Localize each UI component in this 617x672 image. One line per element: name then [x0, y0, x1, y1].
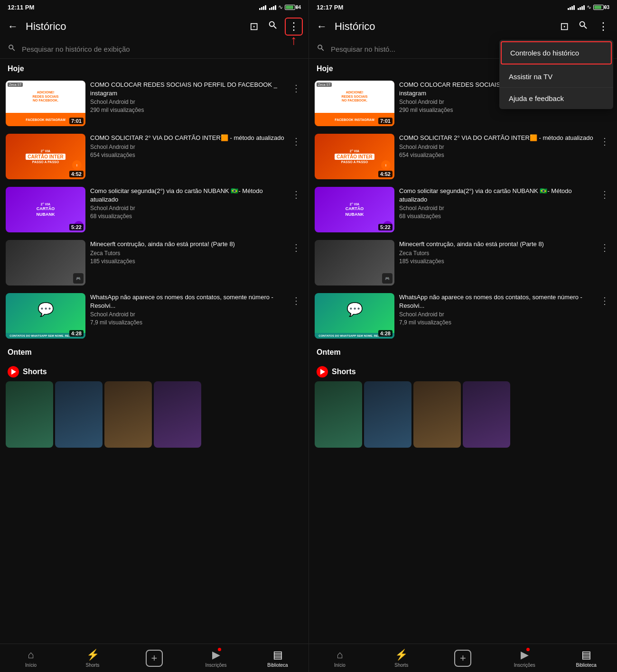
video-info-3-left: Como solicitar segunda(2°) via do cartão…: [90, 187, 285, 220]
nav-home-right[interactable]: ⌂ Início: [309, 644, 371, 672]
video-views-3-right: 68 visualizações: [399, 213, 593, 220]
signal-icon-2-right: [578, 4, 585, 10]
more-button-video-3-left[interactable]: ⋮: [290, 187, 303, 202]
video-info-1-left: COMO COLOCAR REDES SOCIAIS NO PERFIL DO …: [90, 81, 285, 113]
screen-right: 12:17 PM ∿ 93 ←: [308, 0, 617, 672]
signal-icon-2: [269, 4, 276, 10]
video-channel-5-right: School Android br: [399, 311, 593, 318]
video-item-4-left[interactable]: 🎮 Minecerft contrução, ainda não está pr…: [0, 236, 308, 289]
library-icon-right: ▤: [581, 649, 591, 661]
video-title-2-left: COMO SOLICITAR 2° VIA DO CARTÃO INTER🟧 -…: [90, 134, 285, 142]
more-button-video-1-left[interactable]: ⋮: [290, 81, 303, 96]
video-thumbnail-2-right: 2° VIACARTÃO INTERPASSO A PASSO i 4:52: [315, 134, 394, 179]
content-left: Hoje ADICIONE!REDES SOCIAISNO FACEBOOK. …: [0, 59, 308, 672]
nav-add-right[interactable]: +: [432, 644, 494, 672]
short-thumb-1-left[interactable]: [6, 381, 53, 448]
short-thumb-4-left[interactable]: [154, 381, 201, 448]
video-title-5-right: WhatsApp não aparece os nomes dos contat…: [399, 293, 593, 310]
more-button-video-2-right[interactable]: ⋮: [598, 134, 611, 149]
video-channel-3-left: School Android br: [90, 205, 285, 212]
signal-icon-right: [568, 4, 575, 10]
video-channel-2-right: School Android br: [399, 144, 593, 150]
search-button-right[interactable]: [575, 18, 591, 35]
nav-library-right[interactable]: ▤ Biblioteca: [555, 644, 617, 672]
more-button-right[interactable]: ⋮: [595, 18, 611, 35]
video-item-2-left[interactable]: 2° VIACARTÃO INTERPASSO A PASSO i 4:52 C…: [0, 130, 308, 183]
shorts-icon-left: [8, 366, 19, 377]
battery-icon-right: 93: [593, 5, 609, 10]
shorts-section-left: Shorts: [0, 360, 308, 451]
dropdown-help-feedback[interactable]: Ajuda e feedback: [499, 88, 613, 109]
nav-library-label-right: Biblioteca: [576, 663, 596, 668]
short-thumb-2-right[interactable]: [364, 381, 411, 448]
short-thumb-1-right[interactable]: [315, 381, 362, 448]
more-button-video-2-left[interactable]: ⋮: [290, 134, 303, 149]
back-button-left[interactable]: ←: [6, 18, 20, 35]
video-views-2-right: 654 visualizações: [399, 152, 593, 158]
dropdown-history-controls[interactable]: Controles do histórico: [501, 41, 612, 64]
video-title-5-left: WhatsApp não aparece os nomes dos contat…: [90, 293, 285, 310]
shorts-thumbnails-right: [309, 381, 617, 448]
search-button-left[interactable]: [265, 18, 281, 35]
content-right: Hoje ADICIONE!REDES SOCIAISNO FACEBOOK. …: [309, 59, 617, 672]
header-icons-left: ⊡ ⋮ ↑: [247, 18, 303, 36]
video-thumbnail-5-right: 💬 CONTATOS DO WHATSAPP SEM NOME. RESOLVI…: [315, 293, 394, 339]
short-thumb-4-right[interactable]: [463, 381, 510, 448]
nav-shorts-label-right: Shorts: [394, 663, 408, 668]
dropdown-watch-tv[interactable]: Assistir na TV: [499, 66, 613, 88]
nav-home-label-left: Início: [25, 663, 37, 668]
nav-subscriptions-left[interactable]: ▶ Inscrições: [185, 644, 247, 672]
page-title-right: Histórico: [335, 20, 552, 33]
video-item-4-right[interactable]: 🎮 Minecerft contrução, ainda não está pr…: [309, 236, 617, 289]
section-today-left: Hoje: [0, 59, 308, 77]
app-header-right: ← Histórico ⊡ ⋮: [309, 13, 617, 40]
nav-shorts-left[interactable]: ⚡ Shorts: [62, 644, 123, 672]
nav-subscriptions-label-right: Inscrições: [514, 663, 535, 668]
video-info-2-left: COMO SOLICITAR 2° VIA DO CARTÃO INTER🟧 -…: [90, 134, 285, 158]
short-thumb-2-left[interactable]: [55, 381, 103, 448]
more-button-video-5-right[interactable]: ⋮: [598, 293, 611, 308]
nav-home-left[interactable]: ⌂ Início: [0, 644, 62, 672]
video-item-2-right[interactable]: 2° VIACARTÃO INTERPASSO A PASSO i 4:52 C…: [309, 130, 617, 183]
more-button-left[interactable]: ⋮ ↑: [285, 18, 303, 36]
nav-add-left[interactable]: +: [123, 644, 185, 672]
page-title-left: Histórico: [26, 20, 241, 33]
video-info-2-right: COMO SOLICITAR 2° VIA DO CARTÃO INTER🟧 -…: [399, 134, 593, 158]
video-item-3-left[interactable]: 2° VIACARTÃONUBANK nu 5:22 Como solicita…: [0, 183, 308, 236]
more-button-video-3-right[interactable]: ⋮: [598, 187, 611, 202]
shorts-section-right: Shorts: [309, 360, 617, 451]
short-thumb-3-left[interactable]: [104, 381, 152, 448]
search-bar-left[interactable]: Pesquisar no histórico de exibição: [0, 40, 308, 59]
video-item-5-left[interactable]: 💬 CONTATOS DO WHATSAPP SEM NOME. RESOLVI…: [0, 289, 308, 342]
status-time-right: 12:17 PM: [317, 4, 343, 11]
shorts-nav-icon-right: ⚡: [395, 649, 408, 661]
nav-library-left[interactable]: ▤ Biblioteca: [247, 644, 308, 672]
video-channel-3-right: School Android br: [399, 205, 593, 212]
video-item-5-right[interactable]: 💬 CONTATOS DO WHATSAPP SEM NOME. RESOLVI…: [309, 289, 617, 342]
more-button-video-4-right[interactable]: ⋮: [598, 240, 611, 255]
video-item-1-left[interactable]: ADICIONE!REDES SOCIAISNO FACEBOOK. Zeca …: [0, 77, 308, 130]
cast-button-right[interactable]: ⊡: [557, 18, 571, 35]
cast-button-left[interactable]: ⊡: [247, 18, 261, 35]
video-thumbnail-4-right: 🎮: [315, 240, 394, 285]
wifi-icon-right: ∿: [587, 4, 591, 10]
short-thumb-3-right[interactable]: [413, 381, 461, 448]
more-button-video-5-left[interactable]: ⋮: [290, 293, 303, 308]
nav-shorts-label-left: Shorts: [86, 663, 100, 668]
more-button-video-4-left[interactable]: ⋮: [290, 240, 303, 255]
video-thumbnail-1-right: ADICIONE!REDES SOCIAISNO FACEBOOK. Zeca …: [315, 81, 394, 126]
app-header-left: ← Histórico ⊡ ⋮ ↑: [0, 13, 308, 40]
dropdown-menu-right: Controles do histórico Assistir na TV Aj…: [499, 40, 613, 109]
nav-subscriptions-right[interactable]: ▶ Inscrições: [494, 644, 555, 672]
battery-icon: 94: [285, 5, 301, 10]
video-views-1-left: 290 mil visualizações: [90, 107, 285, 113]
shorts-thumbnails-left: [0, 381, 308, 448]
signal-icon: [259, 4, 266, 10]
library-icon-left: ▤: [273, 649, 283, 661]
video-views-5-left: 7,9 mil visualizações: [90, 319, 285, 326]
subscriptions-icon-left: ▶: [212, 649, 220, 661]
video-views-4-right: 185 visualizações: [399, 258, 593, 265]
nav-shorts-right[interactable]: ⚡ Shorts: [371, 644, 432, 672]
video-item-3-right[interactable]: 2° VIACARTÃONUBANK nu 5:22 Como solicita…: [309, 183, 617, 236]
back-button-right[interactable]: ←: [315, 18, 329, 35]
